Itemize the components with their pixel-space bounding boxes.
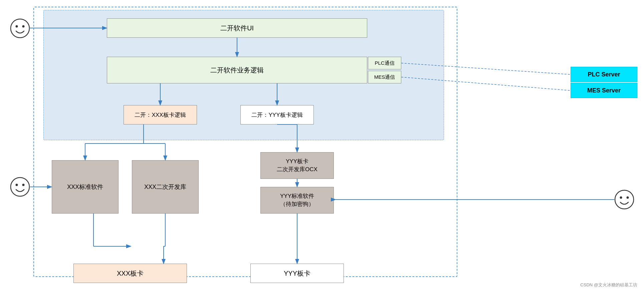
- svg-point-1: [16, 25, 18, 28]
- svg-point-3: [11, 178, 29, 196]
- smiley-top-left: [10, 18, 30, 38]
- box-yyy-std: YYY标准软件 （待加密狗）: [260, 187, 334, 214]
- box-ui: 二开软件UI: [107, 18, 367, 38]
- smiley-mid-left: [10, 177, 30, 197]
- box-mes-server: MES Server: [571, 83, 637, 98]
- svg-point-8: [627, 197, 629, 199]
- svg-point-2: [22, 25, 25, 28]
- box-xxx-card-label: XXX板卡: [117, 269, 144, 278]
- box-xxx-std-label: XXX标准软件: [67, 183, 103, 191]
- box-plc-comm-label: PLC通信: [375, 60, 394, 66]
- box-yyy-logic-label: 二开：YYY板卡逻辑: [251, 111, 302, 119]
- box-mes-server-label: MES Server: [587, 87, 621, 94]
- smiley-right: [614, 190, 634, 210]
- box-mes-comm: MES通信: [368, 71, 401, 83]
- watermark: CSDN @文火冰糖的硅基工坊: [580, 282, 637, 288]
- box-xxx-dev: XXX二次开发库: [132, 160, 199, 214]
- diagram-container: 二开软件UI 二开软件业务逻辑 PLC通信 MES通信 二开：XXX板卡逻辑 二…: [0, 0, 644, 292]
- box-mes-comm-label: MES通信: [374, 74, 395, 80]
- box-xxx-dev-label: XXX二次开发库: [144, 183, 186, 191]
- box-business-label: 二开软件业务逻辑: [210, 66, 264, 75]
- box-yyy-logic: 二开：YYY板卡逻辑: [240, 105, 314, 124]
- svg-point-6: [615, 190, 634, 209]
- box-ui-label: 二开软件UI: [220, 24, 254, 33]
- box-xxx-std: XXX标准软件: [52, 160, 119, 214]
- svg-point-5: [22, 184, 25, 186]
- svg-point-0: [11, 19, 29, 38]
- box-xxx-logic-label: 二开：XXX板卡逻辑: [135, 111, 186, 119]
- box-yyy-std-label: YYY标准软件 （待加密狗）: [280, 192, 314, 208]
- box-yyy-ocx-label: YYY板卡 二次开发库OCX: [277, 158, 317, 174]
- watermark-text: CSDN @文火冰糖的硅基工坊: [580, 282, 637, 287]
- box-yyy-ocx: YYY板卡 二次开发库OCX: [260, 152, 334, 179]
- box-yyy-card-label: YYY板卡: [284, 269, 310, 278]
- box-plc-comm: PLC通信: [368, 57, 401, 69]
- box-plc-server: PLC Server: [571, 67, 637, 82]
- svg-point-7: [620, 197, 622, 199]
- box-yyy-card: YYY板卡: [250, 264, 344, 283]
- box-business: 二开软件业务逻辑: [107, 57, 367, 83]
- box-plc-server-label: PLC Server: [588, 71, 620, 78]
- box-xxx-logic: 二开：XXX板卡逻辑: [124, 105, 197, 124]
- svg-point-4: [16, 184, 18, 186]
- box-xxx-card: XXX板卡: [73, 264, 187, 283]
